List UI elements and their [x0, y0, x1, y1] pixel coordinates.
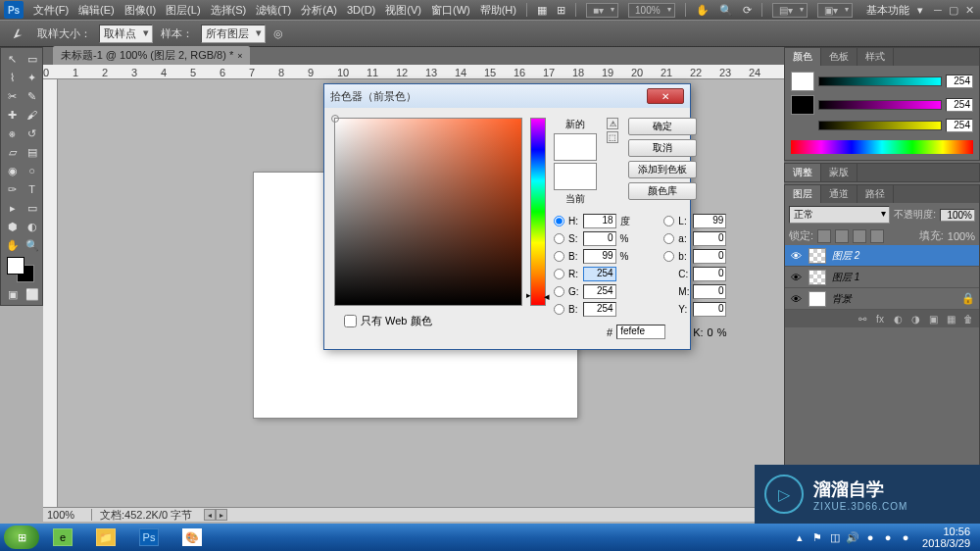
slider-2[interactable]	[818, 100, 942, 110]
zoom-level-dropdown[interactable]: 100%	[628, 3, 675, 18]
input-s[interactable]: 0	[583, 231, 616, 246]
radio-h[interactable]	[554, 216, 564, 226]
tab-channels[interactable]: 通道	[821, 185, 858, 203]
move-tool[interactable]: ↖	[3, 50, 22, 68]
menu-file[interactable]: 文件(F)	[33, 3, 69, 18]
add-swatch-button[interactable]: 添加到色板	[628, 161, 697, 178]
3d-tool[interactable]: ⬢	[3, 218, 22, 235]
gamut-warning-icon[interactable]: ⚠	[607, 118, 618, 129]
tab-adjustments[interactable]: 调整	[785, 164, 821, 181]
websafe-warning-icon[interactable]: ⬚	[607, 131, 618, 143]
radio-b-hsb[interactable]	[554, 251, 564, 262]
tray-app2-icon[interactable]: ●	[881, 530, 895, 544]
input-hex[interactable]: fefefe	[616, 325, 665, 339]
layer-row[interactable]: 👁 图层 2	[785, 245, 979, 267]
web-only-checkbox[interactable]: 只有 Web 颜色	[344, 314, 522, 328]
stamp-tool[interactable]: ⎈	[3, 125, 22, 142]
input-b-hsb[interactable]: 99	[583, 249, 616, 264]
dodge-tool[interactable]: ○	[23, 162, 41, 179]
menu-select[interactable]: 选择(S)	[211, 3, 247, 18]
taskbar-photoshop[interactable]: Ps	[129, 526, 169, 549]
tray-network-icon[interactable]: ◫	[828, 530, 842, 544]
color-lib-button[interactable]: 颜色库	[628, 182, 697, 200]
minimize-icon[interactable]: ─	[931, 4, 945, 16]
delete-layer-icon[interactable]: 🗑	[961, 312, 975, 326]
eraser-tool[interactable]: ▱	[3, 143, 22, 161]
sample-layers-combo[interactable]: 所有图层	[201, 25, 266, 43]
link-layers-icon[interactable]: ⚯	[856, 312, 869, 326]
taskbar-clock[interactable]: 10:56 2018/3/29	[916, 526, 976, 549]
radio-l[interactable]	[663, 216, 674, 226]
path-select-tool[interactable]: ▸	[3, 199, 22, 217]
hue-slider-thumb[interactable]: ▸◂	[526, 290, 550, 303]
gradient-tool[interactable]: ▤	[23, 143, 41, 161]
type-tool[interactable]: T	[23, 180, 41, 198]
maximize-icon[interactable]: ▢	[947, 4, 960, 16]
lock-transparency-icon[interactable]	[817, 229, 831, 243]
web-only-input[interactable]	[344, 315, 357, 327]
sample-size-combo[interactable]: 取样点	[99, 25, 153, 43]
layer-mask-icon[interactable]: ◐	[891, 312, 905, 326]
zoom-field[interactable]: 100%	[43, 509, 92, 521]
layer-name[interactable]: 图层 1	[832, 271, 859, 284]
layer-name[interactable]: 图层 2	[832, 249, 859, 263]
tray-app3-icon[interactable]: ●	[899, 530, 912, 544]
blur-tool[interactable]: ◉	[3, 162, 22, 179]
menu-image[interactable]: 图像(I)	[124, 3, 156, 18]
ok-button[interactable]: 确定	[628, 118, 697, 135]
tab-swatches[interactable]: 色板	[821, 48, 858, 66]
hand-tool-icon[interactable]: ✋	[696, 4, 710, 17]
opacity-field[interactable]: 100%	[940, 209, 975, 222]
lock-position-icon[interactable]	[853, 229, 866, 243]
menu-window[interactable]: 窗口(W)	[431, 3, 470, 18]
workspace-dropdown-icon[interactable]: ▾	[917, 4, 923, 17]
scroll-right-icon[interactable]: ▸	[216, 509, 227, 521]
input-r[interactable]: 254	[583, 267, 616, 281]
start-button[interactable]: ⊞	[4, 526, 39, 549]
history-brush-tool[interactable]: ↺	[23, 125, 41, 142]
input-m[interactable]: 0	[693, 284, 726, 299]
slider-val-3[interactable]: 254	[946, 119, 973, 132]
spectrum-bar[interactable]	[791, 140, 973, 154]
input-b-lab[interactable]: 0	[693, 249, 726, 264]
launch-bridge-icon[interactable]: ▦	[537, 4, 547, 17]
group-icon[interactable]: ▣	[926, 312, 940, 326]
arrange-docs-dropdown[interactable]: ▤▾	[772, 3, 808, 18]
input-h[interactable]: 18	[583, 214, 616, 228]
screen-mode-dropdown[interactable]: ▣▾	[817, 3, 853, 18]
layer-row[interactable]: 👁 图层 1	[785, 267, 979, 288]
layer-name[interactable]: 背景	[832, 292, 852, 306]
view-extras-dropdown[interactable]: ■▾	[586, 3, 618, 18]
fill-field[interactable]: 100%	[948, 230, 975, 242]
slider-val-1[interactable]: 254	[946, 75, 973, 88]
rotate-view-icon[interactable]: ⟳	[743, 4, 752, 17]
slider-val-2[interactable]: 254	[946, 98, 973, 112]
menu-view[interactable]: 视图(V)	[385, 3, 421, 18]
color-field-marker[interactable]	[331, 115, 339, 123]
workspace-switcher[interactable]: 基本功能	[866, 3, 909, 18]
tab-close-icon[interactable]: ×	[237, 51, 242, 61]
input-g[interactable]: 254	[583, 284, 616, 299]
zoom-tool-icon[interactable]: 🔍	[719, 4, 733, 17]
quick-select-tool[interactable]: ✦	[23, 69, 41, 86]
input-y[interactable]: 0	[693, 302, 726, 317]
tab-masks[interactable]: 蒙版	[821, 164, 858, 181]
scroll-left-icon[interactable]: ◂	[204, 509, 216, 521]
tray-up-icon[interactable]: ▴	[793, 530, 807, 544]
radio-b-rgb[interactable]	[554, 304, 564, 315]
slider-3[interactable]	[818, 121, 942, 130]
visibility-icon[interactable]: 👁	[789, 293, 803, 305]
zoom-tool[interactable]: 🔍	[23, 236, 41, 254]
lasso-tool[interactable]: ⌇	[3, 69, 22, 86]
color-field[interactable]	[334, 118, 522, 306]
tab-styles[interactable]: 样式	[858, 48, 894, 66]
hand-tool[interactable]: ✋	[3, 236, 22, 254]
eyedropper-tool[interactable]: ✎	[23, 87, 41, 105]
layer-fx-icon[interactable]: fx	[873, 312, 887, 326]
color-swatches[interactable]	[3, 255, 41, 284]
close-icon[interactable]: ✕	[962, 4, 976, 16]
new-layer-icon[interactable]: ▦	[944, 312, 957, 326]
panel-fg-swatch[interactable]	[791, 72, 814, 91]
visibility-icon[interactable]: 👁	[789, 272, 803, 283]
document-tab[interactable]: 未标题-1 @ 100% (图层 2, RGB/8) * ×	[53, 46, 250, 65]
